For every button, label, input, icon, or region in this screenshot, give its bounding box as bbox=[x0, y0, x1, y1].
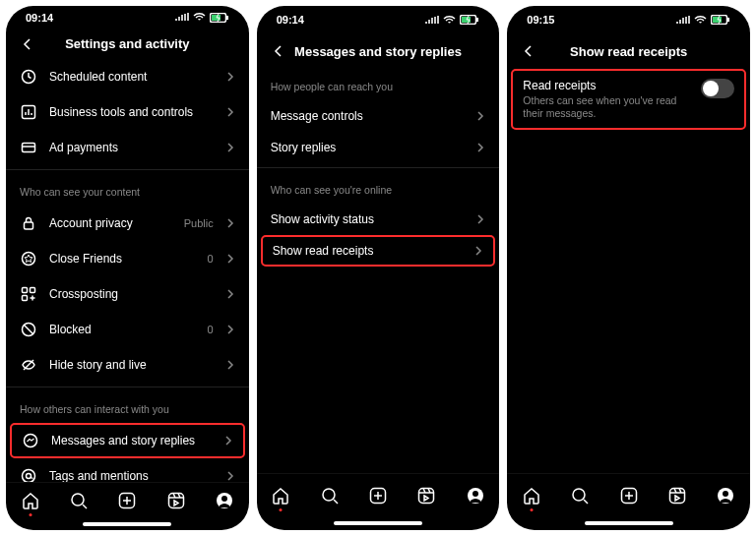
hide-icon bbox=[20, 356, 37, 374]
tab-profile[interactable] bbox=[213, 489, 236, 512]
row-message-controls[interactable]: Message controls bbox=[257, 100, 500, 132]
row-label: Tags and mentions bbox=[49, 469, 214, 483]
divider bbox=[6, 169, 249, 170]
toggle-switch[interactable] bbox=[701, 79, 734, 98]
status-time: 09:14 bbox=[26, 12, 53, 24]
home-indicator bbox=[257, 516, 500, 530]
svg-point-18 bbox=[221, 496, 227, 502]
row-label: Business tools and controls bbox=[49, 105, 214, 119]
tab-home[interactable] bbox=[19, 489, 42, 512]
wifi-icon bbox=[193, 13, 206, 22]
screen-read-receipts: 09:15 Show read receipts Read receipts O… bbox=[507, 6, 750, 530]
crossposting-icon bbox=[20, 285, 37, 303]
home-indicator bbox=[6, 518, 249, 530]
svg-point-25 bbox=[472, 491, 478, 497]
status-time: 09:14 bbox=[277, 14, 304, 26]
svg-point-14 bbox=[72, 494, 84, 506]
section-header: Who can see you're online bbox=[257, 172, 500, 204]
row-messages-story-replies[interactable]: Messages and story replies bbox=[10, 423, 245, 458]
row-read-receipts[interactable]: Show read receipts bbox=[261, 235, 496, 267]
card-icon bbox=[20, 139, 37, 156]
messenger-icon bbox=[22, 432, 39, 449]
row-label: Show activity status bbox=[271, 212, 465, 226]
row-label: Story replies bbox=[271, 141, 465, 154]
tab-bar bbox=[507, 473, 750, 516]
chevron-right-icon bbox=[225, 471, 235, 481]
notification-dot bbox=[280, 508, 283, 511]
screen-settings: 09:14 Settings and activity Scheduled co… bbox=[6, 6, 249, 530]
chevron-right-icon bbox=[225, 254, 235, 264]
toggle-knob bbox=[703, 81, 719, 96]
tab-search[interactable] bbox=[67, 489, 91, 512]
row-label: Messages and story replies bbox=[51, 434, 212, 447]
chevron-right-icon bbox=[475, 214, 485, 224]
row-account-privacy[interactable]: Account privacy Public bbox=[6, 206, 249, 241]
row-label: Close Friends bbox=[49, 252, 196, 266]
status-time: 09:15 bbox=[527, 14, 554, 26]
read-receipts-content: Read receipts Others can see when you've… bbox=[507, 69, 750, 473]
tab-create[interactable] bbox=[115, 489, 139, 512]
row-label: Crossposting bbox=[49, 287, 214, 301]
row-label: Message controls bbox=[271, 109, 465, 123]
row-ad-payments[interactable]: Ad payments bbox=[6, 130, 249, 165]
svg-rect-16 bbox=[168, 494, 183, 508]
tab-profile[interactable] bbox=[714, 484, 737, 507]
status-indicators bbox=[175, 13, 229, 23]
row-crossposting[interactable]: Crossposting bbox=[6, 276, 249, 312]
chevron-right-icon bbox=[225, 289, 235, 299]
header-title: Messages and story replies bbox=[257, 44, 500, 59]
tab-bar bbox=[6, 482, 249, 518]
back-button[interactable] bbox=[519, 41, 538, 61]
tab-create[interactable] bbox=[366, 484, 390, 507]
chevron-right-icon bbox=[475, 143, 485, 152]
chevron-right-icon bbox=[225, 143, 235, 152]
tab-reels[interactable] bbox=[665, 484, 689, 507]
row-scheduled-content[interactable]: Scheduled content bbox=[6, 59, 249, 94]
tab-search[interactable] bbox=[318, 484, 342, 507]
row-activity-status[interactable]: Show activity status bbox=[257, 204, 500, 235]
header: Messages and story replies bbox=[257, 33, 500, 69]
row-story-replies[interactable]: Story replies bbox=[257, 132, 500, 163]
chevron-right-icon bbox=[225, 325, 235, 334]
blocked-icon bbox=[20, 321, 37, 338]
row-tags-mentions[interactable]: Tags and mentions bbox=[6, 458, 249, 483]
chevron-right-icon bbox=[473, 246, 483, 256]
chevron-left-icon bbox=[21, 37, 34, 51]
row-business-tools[interactable]: Business tools and controls bbox=[6, 94, 249, 130]
notification-dot bbox=[29, 513, 32, 516]
signal-icon bbox=[175, 13, 189, 22]
row-blocked[interactable]: Blocked 0 bbox=[6, 312, 249, 347]
lock-icon bbox=[20, 214, 37, 232]
svg-point-32 bbox=[723, 491, 728, 497]
tab-home[interactable] bbox=[520, 484, 543, 507]
back-button[interactable] bbox=[18, 34, 37, 54]
svg-rect-9 bbox=[23, 295, 28, 300]
back-button[interactable] bbox=[269, 41, 288, 61]
tab-search[interactable] bbox=[568, 484, 592, 507]
toggle-read-receipts[interactable]: Read receipts Others can see when you've… bbox=[511, 69, 746, 130]
section-header: How people can reach you bbox=[257, 69, 500, 100]
chart-icon bbox=[20, 103, 37, 121]
tab-create[interactable] bbox=[617, 484, 641, 507]
tab-reels[interactable] bbox=[414, 484, 438, 507]
status-bar: 09:15 bbox=[507, 6, 750, 33]
tab-home[interactable] bbox=[269, 484, 292, 507]
signal-icon bbox=[425, 16, 439, 25]
row-value: Public bbox=[184, 217, 214, 229]
row-label: Hide story and live bbox=[49, 358, 214, 372]
svg-rect-7 bbox=[23, 287, 28, 292]
settings-list: Scheduled content Business tools and con… bbox=[6, 59, 249, 483]
at-icon bbox=[20, 467, 37, 483]
tab-profile[interactable] bbox=[464, 484, 487, 507]
row-label: Scheduled content bbox=[49, 70, 214, 84]
tab-reels[interactable] bbox=[164, 489, 188, 512]
messages-list: How people can reach you Message control… bbox=[257, 69, 500, 473]
row-label: Ad payments bbox=[49, 141, 214, 154]
svg-point-28 bbox=[573, 489, 585, 501]
battery-icon bbox=[460, 15, 479, 25]
row-close-friends[interactable]: Close Friends 0 bbox=[6, 241, 249, 276]
status-bar: 09:14 bbox=[6, 6, 249, 29]
divider bbox=[6, 387, 249, 387]
row-hide-story[interactable]: Hide story and live bbox=[6, 347, 249, 383]
chevron-right-icon bbox=[475, 111, 485, 121]
